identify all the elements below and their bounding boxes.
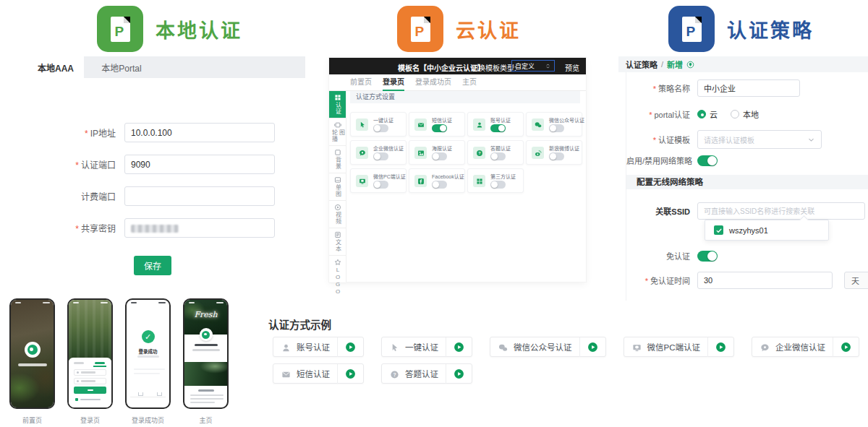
- pointer-icon: [390, 342, 399, 352]
- noauth-time-input[interactable]: [698, 272, 832, 288]
- ssid-field: [697, 202, 865, 220]
- auth-method-toggle[interactable]: [490, 152, 506, 160]
- auth-method-toggle[interactable]: [432, 181, 447, 189]
- ssid-row: 关联SSID: [626, 202, 865, 220]
- auth-port-input[interactable]: [125, 155, 274, 173]
- portal-local-label[interactable]: 本地: [743, 108, 759, 120]
- auth-template-row: *认证模板 请选择认证模板: [626, 130, 822, 149]
- cloud-auth-title: 云认证: [456, 15, 521, 43]
- auth-method-label: 微信PC端认证: [373, 173, 406, 180]
- template-type-select[interactable]: 自定义: [511, 60, 555, 72]
- editor-sidebar-label: 单图: [334, 184, 341, 197]
- example-chip-label: 答题认证: [405, 368, 438, 379]
- ssid-checkbox[interactable]: [714, 225, 723, 235]
- text-icon: [334, 231, 341, 238]
- example-chip[interactable]: ?答题认证: [381, 363, 472, 384]
- ssid-search-input[interactable]: [698, 203, 864, 219]
- editor-tab[interactable]: 主页: [462, 74, 477, 90]
- cloud-auth-header: P 云认证: [397, 6, 521, 52]
- auth-method-card: 账号认证: [467, 112, 524, 137]
- play-button-icon[interactable]: [345, 368, 356, 379]
- editor-tab[interactable]: 登录页: [383, 74, 404, 90]
- play-button-icon[interactable]: [715, 342, 726, 353]
- auth-method-toggle[interactable]: [432, 152, 447, 160]
- editor-sidebar-item[interactable]: 背景: [329, 146, 346, 173]
- background-icon: [334, 149, 341, 156]
- save-button[interactable]: 保存: [134, 256, 171, 275]
- ip-address-input[interactable]: [125, 124, 274, 142]
- local-auth-doc-icon: P: [97, 6, 143, 52]
- divider: [446, 337, 446, 357]
- location-pin-icon: [686, 61, 694, 69]
- play-button-icon[interactable]: [587, 342, 598, 353]
- breadcrumb-root[interactable]: 认证策略: [626, 59, 658, 70]
- noauth-toggle[interactable]: [697, 251, 718, 262]
- example-chip[interactable]: 一键认证: [381, 337, 472, 357]
- play-button-icon[interactable]: [454, 368, 464, 379]
- editor-tab[interactable]: 登录成功页: [415, 74, 451, 90]
- portal-local-radio[interactable]: [731, 110, 739, 118]
- play-button-icon[interactable]: [454, 342, 464, 353]
- auth-method-toggle[interactable]: [490, 181, 506, 189]
- auth-method-toggle[interactable]: [373, 181, 388, 189]
- form-row: 计费端口: [27, 186, 275, 206]
- example-chip[interactable]: 微信公众号认证: [490, 337, 606, 357]
- auth-template-select[interactable]: 请选择认证模板: [697, 130, 822, 149]
- auth-method-card: 企业微信认证: [350, 140, 407, 165]
- play-button-icon[interactable]: [841, 342, 851, 353]
- example-chip-label: 一键认证: [405, 341, 438, 353]
- question-icon: ?: [473, 147, 485, 159]
- editor-sidebar-item[interactable]: 视频: [329, 201, 346, 228]
- play-button-icon[interactable]: [345, 342, 356, 353]
- form-row: *IP地址: [27, 123, 275, 142]
- breadcrumb: 认证策略 / 新增: [618, 56, 868, 72]
- noauth-time-label: 免认证时间: [650, 277, 690, 285]
- enable-policy-label: 启用/禁用网络策略: [626, 155, 697, 166]
- star-icon: [334, 259, 341, 266]
- breadcrumb-current: 新增: [667, 59, 683, 70]
- enable-policy-toggle[interactable]: [697, 155, 718, 166]
- policy-header: P 认证策略: [668, 6, 814, 52]
- example-chip[interactable]: 微信PC端认证: [624, 337, 734, 357]
- noauth-time-unit: 天: [844, 272, 868, 289]
- wework-icon: [760, 342, 770, 352]
- editor-sidebar-item[interactable]: 单图: [329, 173, 346, 201]
- required-mark: *: [75, 160, 79, 171]
- editor-sidebar-item[interactable]: 文本: [329, 228, 346, 256]
- auth-method-toggle[interactable]: [373, 124, 388, 132]
- local-tab[interactable]: 本地AAA: [27, 56, 84, 78]
- auth-method-card: ?答题认证: [467, 140, 524, 165]
- editor-sidebar-label: 轮播图: [331, 129, 345, 145]
- editor-sidebar-label: 背景: [334, 157, 341, 170]
- field-label: *共享密钥: [27, 222, 124, 234]
- editor-tab[interactable]: 前置页: [350, 74, 372, 90]
- editor-sidebar-item[interactable]: 认证: [329, 91, 346, 118]
- portal-cloud-label[interactable]: 云: [710, 108, 718, 120]
- example-chip[interactable]: 企业微信认证: [752, 337, 859, 357]
- editor-sidebar-item[interactable]: 轮播图: [329, 118, 346, 146]
- page: P 本地认证 P 云认证 P 认证策略 本地AAA本地Portal *IP地址*…: [0, 0, 868, 427]
- auth-method-toggle[interactable]: [549, 124, 564, 132]
- example-chip[interactable]: 短信认证: [273, 363, 364, 384]
- acct-port-input[interactable]: [125, 187, 274, 205]
- shared-key-field: [124, 218, 275, 238]
- auth-method-toggle[interactable]: [373, 152, 388, 160]
- example-chip[interactable]: 账号认证: [273, 337, 364, 357]
- auth-method-toggle[interactable]: [549, 152, 564, 160]
- divider: [833, 337, 833, 357]
- ssid-option[interactable]: wszyhys01: [729, 226, 768, 235]
- policy-name-input[interactable]: [698, 80, 799, 96]
- breadcrumb-separator: /: [661, 60, 663, 69]
- portal-cloud-radio[interactable]: [697, 110, 706, 118]
- auth-method-toggle[interactable]: [490, 124, 506, 132]
- wireless-section-title: 配置无线网络策略: [626, 175, 868, 189]
- auth-method-label: 账号认证: [490, 116, 511, 124]
- local-tab[interactable]: 本地Portal: [84, 56, 159, 78]
- policy-title: 认证策略: [727, 15, 814, 43]
- video-icon: [334, 204, 341, 211]
- auth-methods-section-title: 认证方式设置: [350, 91, 580, 103]
- preview-button[interactable]: 预览: [565, 62, 579, 73]
- auth-method-toggle[interactable]: [432, 124, 447, 132]
- auth-method-label: 短信认证: [432, 116, 452, 124]
- editor-sidebar-item[interactable]: LOGO: [329, 256, 346, 283]
